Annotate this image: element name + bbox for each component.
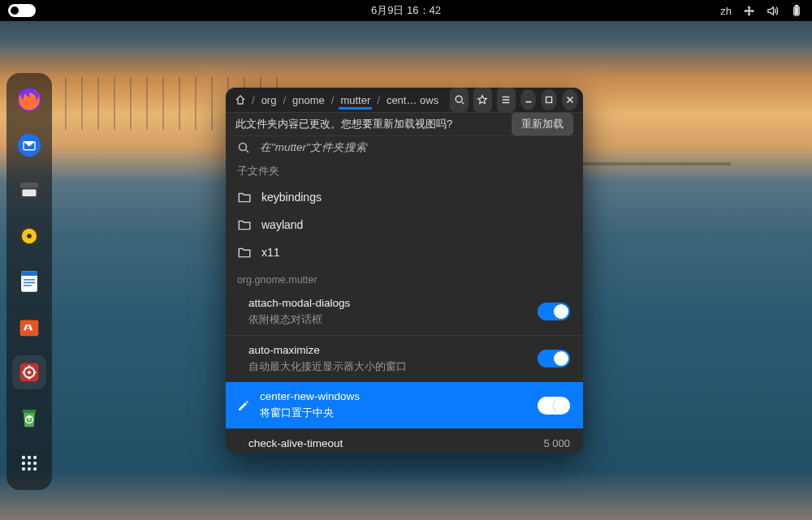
- activities-pill[interactable]: [8, 4, 36, 17]
- setting-key: attach-modal-dialogs: [248, 297, 526, 309]
- network-icon[interactable]: [743, 5, 755, 17]
- dock-firefox[interactable]: [12, 83, 46, 117]
- svg-point-20: [28, 371, 31, 374]
- folder-name: wayland: [261, 218, 303, 231]
- search-row[interactable]: 在"mutter"文件夹搜索: [226, 136, 583, 160]
- search-icon: [237, 141, 250, 154]
- minimize-button[interactable]: [520, 89, 537, 110]
- breadcrumb-seg-active[interactable]: mutter: [339, 91, 372, 110]
- menu-button[interactable]: [497, 88, 516, 112]
- close-icon: [564, 94, 576, 105]
- setting-desc: 将窗口置于中央: [260, 406, 526, 420]
- dock-trash[interactable]: [12, 401, 46, 435]
- search-icon: [454, 94, 465, 105]
- setting-value: 5 000: [543, 437, 570, 449]
- setting-desc: 依附模态对话框: [248, 312, 526, 327]
- dconf-editor-window: / org / gnome / mutter / cent… ows: [226, 88, 583, 453]
- maximize-button[interactable]: [541, 89, 557, 110]
- breadcrumb-seg[interactable]: gnome: [291, 91, 326, 110]
- svg-point-28: [33, 462, 37, 465]
- star-icon: [477, 94, 488, 105]
- minimize-icon: [523, 94, 534, 105]
- svg-rect-16: [24, 285, 32, 286]
- svg-point-31: [33, 467, 37, 471]
- svg-rect-8: [23, 190, 37, 197]
- reload-banner: 此文件夹内容已更改。您想要重新加载视图吗? 重新加载: [226, 113, 583, 136]
- subfolders-label: 子文件夹: [226, 160, 583, 183]
- setting-attach-modal-dialogs[interactable]: attach-modal-dialogs 依附模态对话框: [226, 289, 583, 335]
- dock-rhythmbox[interactable]: [12, 219, 46, 253]
- setting-auto-maximize[interactable]: auto-maximize 自动最大化接近显示器大小的窗口: [226, 336, 583, 382]
- folder-row[interactable]: wayland: [226, 211, 583, 239]
- search-placeholder: 在"mutter"文件夹搜索: [260, 140, 367, 155]
- folder-row[interactable]: keybindings: [226, 183, 583, 211]
- reload-button[interactable]: 重新加载: [512, 113, 573, 135]
- pencil-icon: [237, 399, 250, 412]
- svg-rect-2: [795, 7, 798, 14]
- folder-icon: [237, 245, 252, 260]
- svg-point-25: [33, 456, 37, 459]
- breadcrumb-seg[interactable]: org: [260, 91, 279, 110]
- svg-rect-21: [23, 410, 37, 413]
- svg-rect-13: [21, 271, 37, 276]
- search-button[interactable]: [450, 88, 469, 112]
- folder-row[interactable]: x11: [226, 239, 583, 266]
- breadcrumb[interactable]: / org / gnome / mutter / cent… ows: [234, 91, 440, 110]
- dock-show-apps[interactable]: [12, 446, 46, 480]
- svg-point-32: [456, 96, 462, 102]
- clock[interactable]: 6月9日 16：42: [371, 3, 441, 18]
- dock-software[interactable]: [12, 310, 46, 344]
- volume-icon[interactable]: [767, 5, 779, 17]
- breadcrumb-seg[interactable]: cent… ows: [385, 91, 440, 110]
- folder-icon: [237, 190, 252, 204]
- dock-thunderbird[interactable]: [12, 128, 46, 162]
- top-bar: 6月9日 16：42 zh: [0, 0, 812, 21]
- svg-rect-1: [796, 5, 798, 6]
- svg-point-11: [27, 234, 32, 239]
- setting-key: center-new-windows: [260, 390, 526, 402]
- battery-icon[interactable]: [790, 5, 802, 17]
- bookmark-button[interactable]: [473, 88, 492, 112]
- folder-name: keybindings: [261, 191, 322, 204]
- setting-desc: 自动最大化接近显示器大小的窗口: [248, 359, 526, 374]
- setting-key: auto-maximize: [248, 344, 526, 356]
- svg-rect-7: [20, 183, 39, 187]
- toggle-switch[interactable]: [538, 397, 570, 415]
- setting-check-alive-timeout[interactable]: check-alive-timeout 5 000: [226, 429, 583, 453]
- banner-message: 此文件夹内容已更改。您想要重新加载视图吗?: [235, 117, 452, 131]
- svg-rect-14: [24, 279, 35, 280]
- dock-files[interactable]: [12, 174, 46, 208]
- svg-point-26: [22, 462, 25, 465]
- titlebar: / org / gnome / mutter / cent… ows: [226, 88, 583, 113]
- hamburger-icon: [500, 94, 512, 105]
- svg-point-34: [240, 144, 247, 151]
- folder-name: x11: [261, 246, 280, 259]
- svg-point-24: [28, 456, 31, 459]
- setting-center-new-windows[interactable]: center-new-windows 将窗口置于中央: [226, 382, 583, 428]
- svg-point-23: [22, 456, 25, 459]
- svg-point-29: [22, 467, 25, 471]
- app-home-icon[interactable]: [234, 93, 247, 106]
- input-method-indicator[interactable]: zh: [720, 5, 732, 17]
- folder-icon: [237, 217, 252, 232]
- schema-label: org.gnome.mutter: [226, 266, 583, 289]
- setting-key: check-alive-timeout: [248, 437, 532, 449]
- svg-rect-15: [24, 282, 35, 283]
- svg-rect-33: [546, 97, 552, 103]
- svg-point-27: [28, 462, 31, 465]
- svg-point-30: [28, 467, 31, 471]
- toggle-switch[interactable]: [538, 303, 570, 320]
- dock: [6, 73, 52, 490]
- dock-writer[interactable]: [12, 264, 46, 299]
- close-button[interactable]: [562, 89, 578, 110]
- toggle-switch[interactable]: [538, 350, 570, 367]
- dock-dconf-editor[interactable]: [12, 355, 46, 389]
- maximize-icon: [543, 94, 555, 105]
